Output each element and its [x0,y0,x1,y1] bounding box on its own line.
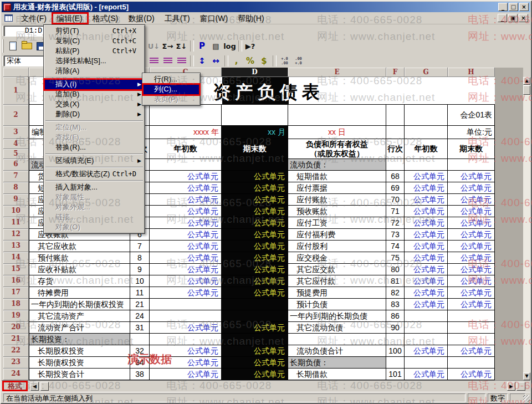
month-cell[interactable]: xx 月 [222,126,288,139]
menu-item-goto[interactable]: 定位(M)... [44,122,144,132]
liability-end-cell[interactable] [448,322,495,334]
sum-row-icon[interactable]: Σ→ [161,40,175,52]
toolbar-grip[interactable] [2,39,4,53]
page-format-icon[interactable]: ▤ [209,40,223,52]
asset-line-no-cell[interactable]: 38 [130,369,150,380]
liability-begin-cell[interactable]: 公式单元 [405,206,448,217]
liability-label-cell[interactable]: 应付账款 [288,194,386,206]
menu-item-clear[interactable]: 清除(A) [44,66,144,76]
asset-end-cell[interactable]: 公式单元 [222,357,288,369]
liability-end-cell[interactable]: 公式单元 [448,171,495,182]
sum-column-icon[interactable]: Σ↓ [175,40,188,52]
year-cell[interactable]: xxxx 年 [150,126,222,139]
open-report-icon[interactable] [20,40,34,52]
align-center-icon[interactable] [161,55,175,67]
liability-begin-cell[interactable]: 公式单元 [405,229,448,241]
row-header-24[interactable]: 24 [3,369,29,380]
asset-line-no-cell[interactable]: 24 [130,310,150,322]
row-header-17[interactable]: 17 [3,287,29,299]
asset-begin-cell[interactable]: 公式单元 [150,229,222,241]
liability-label-cell[interactable]: 应付股利 [288,241,386,252]
asset-end-cell[interactable] [222,299,288,310]
log-icon[interactable]: log [223,40,237,52]
asset-line-no-cell[interactable]: 9 [130,264,150,275]
asset-label-cell[interactable]: 长期股权投资 [29,345,130,357]
liability-begin-cell[interactable]: 公式单元 [405,182,448,194]
asset-end-cell[interactable]: 公式单元 [222,264,288,275]
unit-cell[interactable]: 单位:元 [448,126,495,139]
row-header-5[interactable]: 5 [3,149,29,159]
liability-end-cell[interactable]: 公式单元 [448,194,495,206]
remove-decimal-icon[interactable]: .00 +.0 [291,55,305,67]
row-header-3[interactable]: 3 [3,126,29,139]
vertical-scrollbar[interactable]: ▲ ▼ [523,77,530,380]
align-right-icon[interactable] [175,55,188,67]
cell[interactable] [405,126,448,139]
row-header-6[interactable]: 6 [3,159,29,171]
cell-reference-box[interactable]: D1:D [4,25,45,37]
liability-begin-cell[interactable]: 公式单元 [405,217,448,229]
asset-label-cell[interactable]: 长期债权投资 [29,357,130,369]
asset-label-cell[interactable]: 预付账款 [29,252,130,264]
close-button[interactable]: × [519,3,529,11]
menubar-item-file[interactable]: 文件(F) [16,12,52,24]
asset-begin-cell[interactable] [150,310,222,322]
asset-end-cell[interactable]: 公式单元 [222,206,288,217]
asset-begin-cell[interactable] [150,159,222,171]
new-report-icon[interactable] [6,40,20,52]
asset-end-cell[interactable]: 公式单元 [222,171,288,182]
asset-end-cell[interactable]: 公式单元 [222,194,288,206]
asset-begin-cell[interactable]: 公式单元 [150,194,222,206]
liability-end-cell[interactable]: 公式单元 [448,299,495,310]
asset-label-cell[interactable]: 长期投资： [29,334,130,345]
row-header-18[interactable]: 18 [3,299,29,310]
document-icon[interactable] [4,14,13,22]
asset-end-cell[interactable]: 公式单元 [222,345,288,357]
menu-item-links[interactable]: 链接... [44,212,144,222]
asset-end-cell[interactable]: 公式单元 [222,369,288,380]
begin-balance-header-cell[interactable]: 年初数 [405,139,448,159]
context-help-icon[interactable]: ▶? [243,40,257,52]
row-header-4[interactable]: 4 [3,139,29,149]
row-header-19[interactable]: 19 [3,310,29,322]
liability-begin-cell[interactable]: 公式单元 [405,264,448,275]
cell[interactable] [386,126,405,139]
row-header-20[interactable]: 20 [3,322,29,334]
row-header-2[interactable]: 2 [3,105,29,126]
liability-label-cell[interactable]: 流动负债合计 [288,345,386,357]
asset-end-cell[interactable]: 公式单元 [222,182,288,194]
menu-item-insert[interactable]: 插入(I)▶ [44,79,144,89]
sort-icon[interactable]: U↓ [147,40,161,52]
form-code-cell[interactable]: 会企01表 [448,105,495,126]
row-header-8[interactable]: 8 [3,182,29,194]
horizontal-scroll-thumb[interactable] [516,382,525,391]
mdi-restore-button[interactable]: ▣ [508,14,518,22]
liability-label-cell[interactable]: 流动负债： [288,159,386,171]
row-height-icon[interactable]: ↕ [195,55,209,67]
menu-item-insert-new-object[interactable]: 插入新对象... [44,182,144,192]
asset-end-cell[interactable]: 公式单元 [222,217,288,229]
liability-begin-cell[interactable]: 公式单元 [405,194,448,206]
liability-label-cell[interactable]: 一年内到期的长期负债 [288,310,386,322]
mdi-close-button[interactable]: × [519,14,528,22]
cell[interactable] [386,105,405,126]
liability-label-cell[interactable]: 预计负债 [288,299,386,310]
liability-begin-cell[interactable]: 公式单元 [405,345,448,357]
asset-label-cell[interactable]: 其它应收款 [29,241,130,252]
add-decimal-icon[interactable]: +.0 .00 [278,55,291,67]
liability-begin-cell[interactable]: 公式单元 [405,241,448,252]
liability-label-cell[interactable]: 应付票据 [288,182,386,194]
liability-line-no-cell[interactable] [386,357,405,369]
menu-item-replace[interactable]: 替换(R)... [44,142,144,152]
menubar-item-window[interactable]: 窗口(W) [195,12,233,24]
liability-begin-cell[interactable]: 公式单元 [405,171,448,182]
liability-end-cell[interactable]: 公式单元 [448,217,495,229]
menu-item-fill-region[interactable]: 区域填充(E)▶ [44,156,144,166]
row-header-12[interactable]: 12 [3,229,29,241]
liability-end-cell[interactable] [448,159,495,171]
liability-begin-cell[interactable] [405,310,448,322]
asset-begin-cell[interactable]: 公式单元 [150,217,222,229]
cell[interactable] [288,105,386,126]
tab-format[interactable]: 格式 [3,381,27,391]
liability-begin-cell[interactable] [405,334,448,345]
